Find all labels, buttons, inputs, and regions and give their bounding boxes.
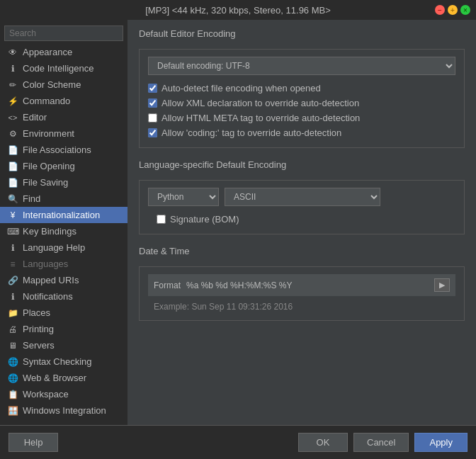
xml-declaration-checkbox[interactable]	[148, 98, 157, 108]
search-input[interactable]	[4, 26, 123, 41]
maximize-button[interactable]: ×	[460, 5, 470, 15]
sidebar-item-label: Notifications	[23, 291, 73, 302]
servers-icon: 🖥	[7, 341, 18, 351]
window-title: [MP3] <44 kHz, 320 kbps, Stereo, 11.96 M…	[145, 5, 331, 16]
key-bindings-icon: ⌨	[7, 227, 18, 237]
sidebar-item-languages[interactable]: ≡ Languages	[0, 256, 128, 272]
sidebar-item-printing[interactable]: 🖨 Printing	[0, 321, 128, 337]
sidebar-item-label: Printing	[23, 324, 54, 334]
sidebar-item-file-associations[interactable]: 📄 File Associations	[0, 142, 128, 158]
encoding-section-title: Default Editor Encoding	[139, 28, 465, 42]
places-icon: 📁	[7, 308, 18, 318]
sidebar-item-label: Internationalization	[23, 210, 100, 220]
printing-icon: 🖨	[7, 324, 18, 334]
sidebar-item-internationalization[interactable]: ¥ Internationalization	[0, 207, 128, 223]
language-encoding-select[interactable]: ASCII	[225, 188, 380, 206]
mapped-uris-icon: 🔗	[7, 276, 18, 285]
language-section: Language-specific Default Encoding Pytho…	[139, 159, 465, 234]
datetime-section-box: Format ▶ Example: Sun Sep 11 09:31:26 20…	[139, 266, 465, 321]
auto-detect-row: Auto-detect file encoding when opened	[148, 81, 455, 96]
example-row: Example: Sun Sep 11 09:31:26 2016	[148, 300, 455, 313]
sidebar-item-environment[interactable]: ⚙ Environment	[0, 125, 128, 142]
xml-declaration-label: Allow XML declaration to override auto-d…	[162, 98, 359, 108]
encoding-section-box: Default encoding: UTF-8 Auto-detect file…	[139, 49, 465, 148]
example-label: Example:	[154, 302, 189, 312]
sidebar-item-appearance[interactable]: 👁 Appearance	[0, 44, 128, 60]
ok-button[interactable]: OK	[298, 433, 348, 452]
file-saving-icon: 📄	[7, 178, 18, 188]
sidebar-item-notifications[interactable]: ℹ Notifications	[0, 288, 128, 305]
sidebar-item-label: File Associations	[23, 144, 91, 155]
notifications-icon: ℹ	[7, 292, 18, 302]
encoding-select[interactable]: Default encoding: UTF-8	[148, 57, 455, 75]
language-section-title: Language-specific Default Encoding	[139, 159, 465, 173]
file-opening-icon: 📄	[7, 162, 18, 171]
sidebar-item-label: Web & Browser	[23, 373, 86, 383]
html-meta-label: Allow HTML META tag to override auto-det…	[162, 113, 360, 123]
sidebar-item-file-opening[interactable]: 📄 File Opening	[0, 158, 128, 174]
web-browser-icon: 🌐	[7, 373, 18, 383]
sidebar-item-label: Color Scheme	[23, 79, 81, 90]
datetime-section-title: Date & Time	[139, 246, 465, 259]
sidebar-item-label: Editor	[23, 112, 47, 123]
environment-icon: ⚙	[7, 129, 18, 139]
sidebar-item-label: Servers	[23, 340, 55, 351]
sidebar-item-label: Commando	[23, 96, 70, 106]
sidebar: 👁 Appearance ℹ Code Intelligence ✏ Color…	[0, 20, 128, 425]
sidebar-item-label: Environment	[23, 128, 74, 139]
auto-detect-label: Auto-detect file encoding when opened	[162, 83, 321, 94]
sidebar-item-find[interactable]: 🔍 Find	[0, 191, 128, 207]
encoding-select-row: Default encoding: UTF-8	[148, 57, 455, 75]
bottom-bar-left: Help	[8, 433, 293, 452]
coding-tag-label: Allow 'coding:' tag to override auto-det…	[162, 128, 341, 138]
close-button[interactable]: −	[435, 5, 445, 15]
file-associations-icon: 📄	[7, 145, 18, 155]
sidebar-search-container	[0, 23, 128, 44]
sidebar-item-editor[interactable]: <> Editor	[0, 109, 128, 125]
sidebar-item-file-saving[interactable]: 📄 File Saving	[0, 174, 128, 191]
sidebar-item-workspace[interactable]: 📋 Workspace	[0, 386, 128, 402]
datetime-section: Date & Time Format ▶ Example: Sun Sep 11…	[139, 246, 465, 321]
signature-checkbox[interactable]	[157, 215, 166, 224]
sidebar-item-code-intelligence[interactable]: ℹ Code Intelligence	[0, 60, 128, 76]
editor-icon: <>	[7, 113, 18, 122]
sidebar-item-mapped-uris[interactable]: 🔗 Mapped URIs	[0, 272, 128, 288]
sidebar-item-label: Appearance	[23, 47, 72, 57]
windows-integration-icon: 🪟	[7, 406, 18, 416]
window-controls: − + ×	[435, 5, 470, 15]
format-arrow-button[interactable]: ▶	[434, 278, 450, 292]
coding-tag-checkbox[interactable]	[148, 128, 157, 137]
sidebar-item-label: Code Intelligence	[23, 63, 94, 74]
main-content: 👁 Appearance ℹ Code Intelligence ✏ Color…	[0, 20, 476, 425]
format-label: Format	[154, 280, 181, 290]
minimize-button[interactable]: +	[448, 5, 458, 15]
sidebar-item-places[interactable]: 📁 Places	[0, 305, 128, 321]
sidebar-item-commando[interactable]: ⚡ Commando	[0, 93, 128, 109]
lang-enc-row: Python ASCII	[148, 188, 455, 206]
sidebar-item-label: Windows Integration	[23, 405, 106, 416]
workspace-icon: 📋	[7, 390, 18, 400]
sidebar-item-key-bindings[interactable]: ⌨ Key Bindings	[0, 223, 128, 239]
help-button[interactable]: Help	[8, 433, 58, 452]
sidebar-item-label: File Saving	[23, 177, 68, 188]
sidebar-item-servers[interactable]: 🖥 Servers	[0, 337, 128, 353]
sidebar-item-label: File Opening	[23, 161, 75, 171]
example-value: Sun Sep 11 09:31:26 2016	[191, 302, 293, 312]
language-select[interactable]: Python	[148, 188, 219, 206]
apply-button[interactable]: Apply	[414, 433, 468, 452]
sidebar-item-label: Mapped URIs	[23, 275, 79, 285]
format-input[interactable]	[186, 280, 429, 290]
sidebar-item-language-help[interactable]: ℹ Language Help	[0, 239, 128, 256]
sidebar-item-windows-integration[interactable]: 🪟 Windows Integration	[0, 402, 128, 419]
cancel-button[interactable]: Cancel	[353, 433, 409, 452]
auto-detect-checkbox[interactable]	[148, 84, 157, 93]
html-meta-checkbox[interactable]	[148, 113, 157, 123]
sidebar-item-web-browser[interactable]: 🌐 Web & Browser	[0, 370, 128, 386]
signature-row: Signature (BOM)	[148, 212, 455, 227]
languages-icon: ≡	[7, 259, 18, 269]
sidebar-item-color-scheme[interactable]: ✏ Color Scheme	[0, 76, 128, 93]
sidebar-item-syntax-checking[interactable]: 🌐 Syntax Checking	[0, 353, 128, 370]
signature-label: Signature (BOM)	[170, 214, 239, 225]
xml-declaration-row: Allow XML declaration to override auto-d…	[148, 96, 455, 110]
html-meta-row: Allow HTML META tag to override auto-det…	[148, 110, 455, 125]
